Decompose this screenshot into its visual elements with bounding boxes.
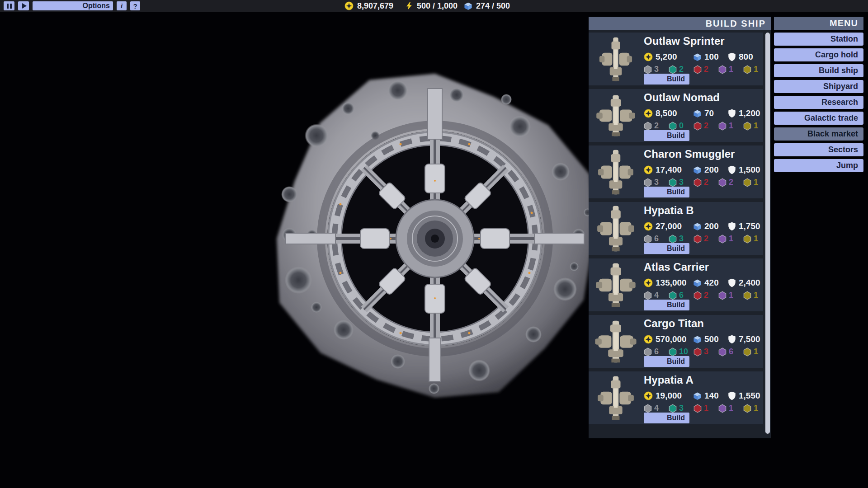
shield-icon bbox=[728, 222, 736, 231]
pause-button[interactable] bbox=[4, 1, 14, 10]
build-button[interactable]: Build bbox=[644, 300, 689, 310]
coin-icon bbox=[344, 1, 354, 10]
ship-cost-cargo: 100 bbox=[693, 52, 719, 62]
coin-icon bbox=[644, 278, 653, 287]
ship-name: Atlas Carrier bbox=[644, 261, 709, 273]
build-button[interactable]: Build bbox=[644, 74, 689, 84]
ship-cost-credits: 8,500 bbox=[644, 108, 677, 118]
ship-materials: 3 2 2 1 1 bbox=[644, 65, 768, 74]
ship-image bbox=[593, 374, 638, 422]
menu-item-shipyard[interactable]: Shipyard bbox=[774, 80, 863, 93]
ship-entry-cargo-titan: Cargo Titan 570,000 500 7,500 6 10 3 6 1… bbox=[589, 315, 763, 368]
coin-icon bbox=[644, 52, 653, 61]
menu-item-cargo-hold[interactable]: Cargo hold bbox=[774, 48, 863, 61]
ship-name: Hypatia B bbox=[644, 204, 694, 217]
hex-purple-icon: 1 bbox=[718, 291, 743, 300]
ship-cost-credits: 5,200 bbox=[644, 52, 677, 62]
hex-gray-icon: 3 bbox=[644, 65, 669, 74]
help-button[interactable]: ? bbox=[130, 1, 140, 10]
ship-materials: 6 10 3 6 1 bbox=[644, 347, 768, 357]
energy-counter: 500 / 1,000 bbox=[405, 0, 458, 12]
ship-cost-credits: 135,000 bbox=[644, 278, 687, 288]
top-bar: Options i ? 8,907,679 500 / 1,000 274 / … bbox=[0, 0, 868, 12]
hex-yellow-icon: 1 bbox=[743, 347, 768, 357]
ship-name: Outlaw Nomad bbox=[644, 91, 720, 104]
hex-purple-icon: 1 bbox=[718, 234, 743, 244]
build-panel-scrollbar[interactable] bbox=[765, 33, 770, 434]
ship-name: Hypatia A bbox=[644, 374, 693, 386]
coin-icon bbox=[644, 335, 653, 344]
hex-red-icon: 2 bbox=[693, 178, 718, 187]
ship-image bbox=[593, 91, 638, 140]
hex-purple-icon: 1 bbox=[718, 121, 743, 131]
hex-red-icon: 2 bbox=[693, 234, 718, 244]
cube-icon bbox=[693, 109, 702, 118]
ship-art-icon bbox=[597, 149, 634, 195]
play-button[interactable] bbox=[18, 1, 29, 10]
ship-art-icon bbox=[595, 94, 636, 137]
menu-item-station[interactable]: Station bbox=[774, 33, 863, 46]
hex-yellow-icon: 1 bbox=[743, 121, 768, 131]
hex-gray-icon: 6 bbox=[644, 347, 669, 357]
ship-art-icon bbox=[597, 375, 635, 421]
hex-green-icon: 3 bbox=[669, 234, 693, 244]
ship-shield: 800 bbox=[728, 52, 753, 62]
hex-yellow-icon: 1 bbox=[743, 404, 768, 413]
credits-counter: 8,907,679 bbox=[344, 0, 393, 12]
ship-art-icon bbox=[594, 320, 637, 363]
ship-entry-atlas-carrier: Atlas Carrier 135,000 420 2,400 4 6 2 1 … bbox=[589, 258, 763, 311]
ship-cost-cargo: 200 bbox=[693, 221, 719, 231]
build-button[interactable]: Build bbox=[644, 243, 689, 254]
hex-red-icon: 2 bbox=[693, 121, 718, 131]
cargo-counter: 274 / 500 bbox=[464, 0, 510, 12]
menu-item-research[interactable]: Research bbox=[774, 96, 863, 109]
build-button[interactable]: Build bbox=[644, 130, 689, 141]
menu-item-jump[interactable]: Jump bbox=[774, 159, 863, 172]
info-button[interactable]: i bbox=[117, 1, 127, 10]
menu-header: MENU bbox=[774, 17, 863, 30]
build-button[interactable]: Build bbox=[644, 356, 689, 367]
coin-icon bbox=[644, 222, 653, 231]
ship-entry-outlaw-sprinter: Outlaw Sprinter 5,200 100 800 3 2 2 1 1 … bbox=[589, 33, 763, 85]
ship-materials: 4 6 2 1 1 bbox=[644, 291, 768, 300]
menu-item-sectors[interactable]: Sectors bbox=[774, 143, 863, 156]
menu-item-build-ship[interactable]: Build ship bbox=[774, 64, 863, 77]
hex-red-icon: 3 bbox=[693, 347, 718, 357]
cargo-value: 274 / 500 bbox=[476, 1, 510, 11]
ship-cost-credits: 17,400 bbox=[644, 165, 682, 175]
ship-image bbox=[593, 204, 638, 253]
shield-icon bbox=[728, 109, 736, 118]
ship-shield: 1,500 bbox=[728, 165, 760, 175]
cube-icon bbox=[693, 279, 702, 287]
hex-red-icon: 2 bbox=[693, 291, 718, 300]
hex-gray-icon: 4 bbox=[644, 291, 669, 300]
credits-value: 8,907,679 bbox=[357, 1, 393, 11]
hex-yellow-icon: 1 bbox=[743, 178, 768, 187]
hex-yellow-icon: 1 bbox=[743, 291, 768, 300]
ship-shield: 1,750 bbox=[728, 221, 760, 231]
shield-icon bbox=[728, 335, 736, 344]
ship-cost-cargo: 140 bbox=[693, 391, 719, 401]
hex-green-icon: 6 bbox=[669, 291, 693, 300]
build-ship-header: BUILD SHIP bbox=[589, 17, 771, 30]
hex-green-icon: 2 bbox=[669, 65, 693, 74]
energy-value: 500 / 1,000 bbox=[417, 1, 458, 11]
shield-icon bbox=[728, 278, 736, 287]
ship-cost-credits: 27,000 bbox=[644, 221, 682, 231]
menu-item-galactic-trade[interactable]: Galactic trade bbox=[774, 112, 863, 125]
ship-cost-cargo: 420 bbox=[693, 278, 719, 288]
menu-item-black-market[interactable]: Black market bbox=[774, 127, 863, 141]
ship-materials: 6 3 2 1 1 bbox=[644, 234, 768, 244]
hex-purple-icon: 2 bbox=[718, 178, 743, 187]
ship-art-icon bbox=[595, 263, 637, 308]
ship-cost-cargo: 200 bbox=[693, 165, 719, 175]
cube-icon bbox=[693, 392, 702, 400]
build-button[interactable]: Build bbox=[644, 413, 689, 423]
options-button[interactable]: Options bbox=[33, 1, 113, 10]
ship-shield: 7,500 bbox=[728, 334, 760, 344]
hex-green-icon: 3 bbox=[669, 178, 693, 187]
coin-icon bbox=[644, 391, 653, 400]
build-button[interactable]: Build bbox=[644, 187, 689, 197]
ship-shield: 2,400 bbox=[728, 278, 760, 288]
ship-image bbox=[593, 35, 638, 83]
